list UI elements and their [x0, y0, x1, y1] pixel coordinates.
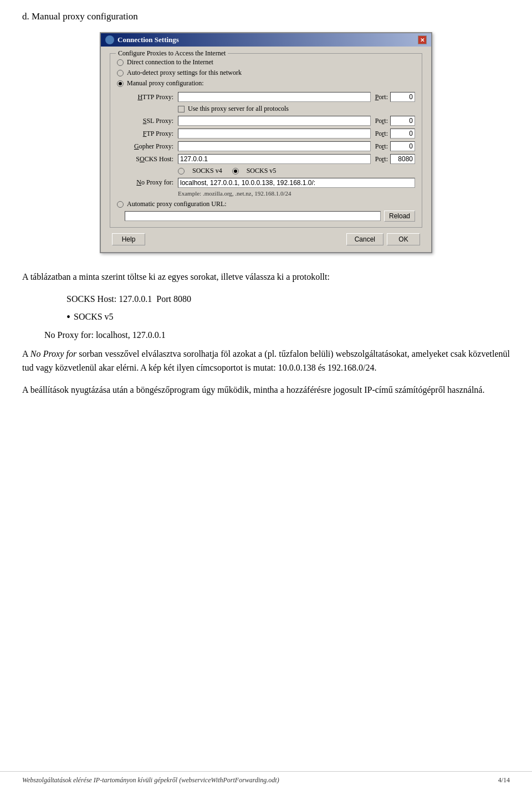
port-text: Port 8080 [156, 292, 191, 306]
ftp-proxy-input[interactable] [178, 129, 371, 139]
ssl-port-input[interactable] [390, 116, 415, 126]
no-proxy-for-text: No Proxy for: localhost, 127.0.0.1 [44, 330, 166, 340]
ftp-port-label: Port: [375, 130, 388, 138]
dialog-body: Configure Proxies to Access the Internet… [101, 47, 431, 252]
footer-left: Webszolgáltatások elérése IP-tartományon… [22, 776, 279, 784]
radio-socks-v4[interactable] [178, 168, 185, 175]
http-port-label: Port: [375, 93, 388, 101]
para1-prefix: A [22, 349, 30, 358]
radio-row-direct[interactable]: Direct connection to the Internet [117, 58, 415, 66]
gopher-port-input[interactable] [390, 141, 415, 151]
auto-proxy-input-row: Reload [117, 211, 415, 222]
gopher-port-label: Port: [375, 142, 388, 151]
ssl-proxy-label: SSL Proxy: [128, 117, 178, 125]
cancel-button[interactable]: Cancel [346, 233, 383, 245]
main-content: A táblázatban a minta szerint töltse ki … [22, 270, 510, 397]
radio-auto-url[interactable] [117, 201, 124, 208]
auto-proxy-label: Automatic proxy configuration URL: [127, 200, 227, 208]
proxy-form: HTTP Proxy: Port: Use this proxy server … [117, 92, 415, 197]
dialog-screenshot: Connection Settings ✕ Configure Proxies … [100, 32, 432, 253]
intro-text: A táblázatban a minta szerint töltse ki … [22, 270, 510, 284]
para1-italic: No Proxy for [30, 349, 76, 358]
reload-button[interactable]: Reload [384, 211, 415, 222]
para2: A beállítások nyugtázása után a böngésző… [22, 383, 510, 397]
dialog-titlebar: Connection Settings ✕ [101, 33, 431, 47]
auto-proxy-section: Automatic proxy configuration URL: Reloa… [117, 200, 415, 222]
socks-version-row: SOCKS v4 SOCKS v5 [128, 167, 415, 175]
ssl-proxy-input[interactable] [178, 116, 371, 126]
http-proxy-row: HTTP Proxy: Port: [128, 92, 415, 102]
no-proxy-label: No Proxy for: [128, 178, 178, 187]
help-button[interactable]: Help [112, 233, 145, 245]
gopher-proxy-row: Gopher Proxy: Port: [128, 141, 415, 151]
no-proxy-line: No Proxy for: localhost, 127.0.0.1 [44, 328, 510, 342]
radio-row-autodetect[interactable]: Auto-detect proxy settings for this netw… [117, 69, 415, 77]
group-box-legend: Configure Proxies to Access the Internet [116, 49, 228, 58]
use-for-all-checkbox[interactable] [178, 106, 185, 112]
page-footer: Webszolgáltatások elérése IP-tartományon… [0, 771, 532, 789]
ssl-port-label: Port: [375, 117, 388, 125]
socks-host-text: SOCKS Host: 127.0.0.1 [66, 292, 152, 306]
radio-direct-label: Direct connection to the Internet [127, 58, 213, 66]
radio-autodetect-label: Auto-detect proxy settings for this netw… [127, 69, 242, 77]
socks-port-input[interactable] [390, 154, 415, 164]
auto-proxy-url-input[interactable] [125, 211, 381, 221]
footer-right: 4/14 [498, 776, 510, 784]
radio-manual-label: Manual proxy configuration: [127, 79, 204, 88]
bullet-icon: • [66, 308, 70, 326]
socks-host-row: SOCKS Host: Port: [128, 154, 415, 164]
no-proxy-input[interactable] [178, 178, 415, 188]
dialog-btn-right: Cancel OK [346, 233, 420, 245]
use-for-all-label: Use this proxy server for all protocols [188, 105, 289, 113]
http-proxy-label: HTTP Proxy: [128, 93, 178, 101]
ftp-proxy-label: FTP Proxy: [128, 130, 178, 138]
para1: A No Proxy for sorban vesszővel elválasz… [22, 347, 510, 375]
ftp-port-input[interactable] [390, 129, 415, 139]
socks-v5-line: • SOCKS v5 [66, 308, 510, 326]
ftp-proxy-row: FTP Proxy: Port: [128, 129, 415, 139]
dialog-buttons: Help Cancel OK [110, 233, 422, 245]
page-heading: d. Manual proxy configuration [22, 11, 510, 22]
proxy-group-box: Configure Proxies to Access the Internet… [110, 53, 422, 228]
radio-row-manual[interactable]: Manual proxy configuration: [117, 79, 415, 88]
socks-host-line: SOCKS Host: 127.0.0.1 Port 8080 [66, 292, 510, 306]
radio-autodetect[interactable] [117, 70, 124, 76]
ssl-proxy-row: SSL Proxy: Port: [128, 116, 415, 126]
ok-button[interactable]: OK [387, 233, 420, 245]
socks-port-label: Port: [375, 155, 388, 163]
no-proxy-row: No Proxy for: [128, 178, 415, 188]
socks-host-label: SOCKS Host: [128, 155, 178, 163]
titlebar-left: Connection Settings [105, 35, 179, 44]
example-text: Example: .mozilla.org, .net.nz, 192.168.… [178, 190, 291, 197]
auto-proxy-radio-row[interactable]: Automatic proxy configuration URL: [117, 200, 415, 208]
socks-v5-label: SOCKS v5 [247, 167, 277, 175]
example-row: Example: .mozilla.org, .net.nz, 192.168.… [128, 190, 415, 197]
para1-suffix: sorban vesszővel elválasztva sorolhatja … [22, 349, 510, 373]
http-proxy-input[interactable] [178, 92, 371, 102]
dialog-icon [105, 35, 114, 44]
gopher-proxy-label: Gopher Proxy: [128, 142, 178, 151]
radio-socks-v5[interactable] [232, 168, 239, 175]
http-port-input[interactable] [390, 92, 415, 102]
socks-v5-text: SOCKS v5 [74, 310, 114, 324]
socks-host-input[interactable] [178, 154, 371, 164]
dialog-close-button[interactable]: ✕ [418, 35, 427, 44]
socks-v4-label: SOCKS v4 [192, 167, 222, 175]
dialog-title: Connection Settings [117, 35, 179, 44]
radio-direct[interactable] [117, 59, 124, 66]
gopher-proxy-input[interactable] [178, 141, 371, 151]
radio-manual[interactable] [117, 80, 124, 87]
use-for-all-row: Use this proxy server for all protocols [128, 105, 415, 113]
